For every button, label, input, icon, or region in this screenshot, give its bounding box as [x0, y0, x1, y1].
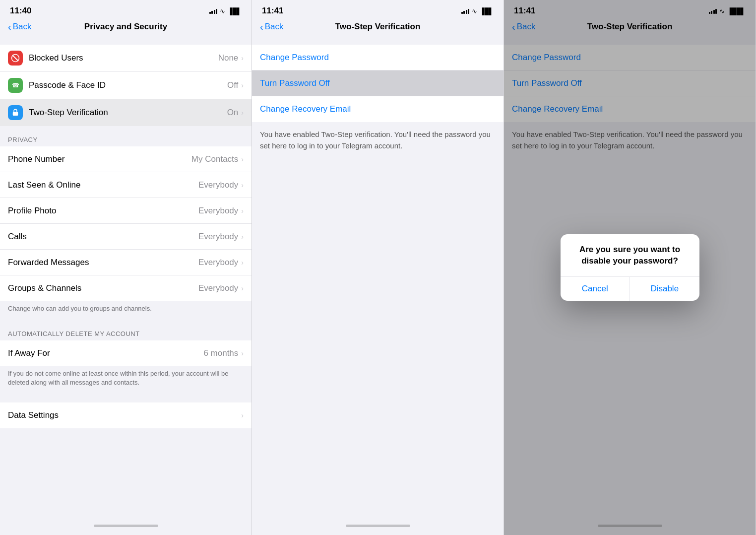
home-bar-1 [94, 525, 158, 527]
wifi-icon-2: ∿ [472, 7, 477, 15]
dialog-cancel-button[interactable]: Cancel [561, 277, 630, 301]
if-away-row[interactable]: If Away For 6 months › [0, 340, 252, 366]
panel-privacy-security: 11:40 ∿ ▐█▌ ‹ Back Privacy and Security [0, 0, 252, 535]
last-seen-row[interactable]: Last Seen & Online Everybody › [0, 172, 252, 198]
two-step-label: Two-Step Verification [29, 108, 227, 118]
groups-row[interactable]: Groups & Channels Everybody › [0, 275, 252, 301]
phone-number-label: Phone Number [8, 154, 191, 164]
blocked-users-row[interactable]: Blocked Users None › [0, 45, 252, 72]
change-recovery-email-link[interactable]: Change Recovery Email [252, 96, 504, 122]
groups-value: Everybody [198, 283, 238, 293]
passcode-chevron: › [241, 81, 244, 89]
list-group-top: Blocked Users None › ☎ Passcode & Face I… [0, 45, 252, 126]
status-bar-1: 11:40 ∿ ▐█▌ [0, 0, 252, 18]
nav-title-1: Privacy and Security [84, 22, 167, 32]
privacy-section-label: PRIVACY [0, 126, 252, 146]
svg-line-1 [12, 55, 18, 61]
back-chevron-2: ‹ [260, 22, 263, 32]
if-away-value: 6 months [203, 348, 238, 358]
content-2: Change Password Turn Password Off Change… [252, 37, 504, 521]
phone-number-value: My Contacts [191, 154, 238, 164]
delete-list-group: If Away For 6 months › [0, 340, 252, 366]
signal-icon-2 [461, 8, 470, 14]
two-step-value: On [227, 108, 239, 118]
blocked-users-icon [8, 51, 23, 66]
nav-bar-1: ‹ Back Privacy and Security [0, 18, 252, 37]
passcode-row[interactable]: ☎ Passcode & Face ID Off › [0, 72, 252, 99]
status-icons-1: ∿ ▐█▌ [209, 7, 242, 15]
blocked-users-value: None [218, 53, 239, 63]
top-list-group: Blocked Users None › ☎ Passcode & Face I… [0, 45, 252, 126]
two-step-row[interactable]: Two-Step Verification On › [0, 99, 252, 126]
forwarded-row[interactable]: Forwarded Messages Everybody › [0, 250, 252, 275]
home-bar-2 [346, 525, 410, 527]
forwarded-label: Forwarded Messages [8, 258, 198, 268]
status-time-2: 11:41 [262, 6, 283, 16]
two-step-description-2: You have enabled Two-Step verification. … [252, 122, 504, 158]
back-chevron-1: ‹ [8, 22, 11, 32]
if-away-label: If Away For [8, 348, 203, 358]
delete-section-label: AUTOMATICALLY DELETE MY ACCOUNT [0, 320, 252, 340]
profile-photo-label: Profile Photo [8, 206, 198, 216]
panel-two-step-2: 11:41 ∿ ▐██▌ ‹ Back Two-Step Verificatio… [504, 0, 756, 535]
dialog-actions: Cancel Disable [561, 276, 699, 301]
back-label-2: Back [265, 22, 284, 32]
signal-icon-1 [209, 8, 218, 14]
passcode-icon: ☎ [8, 78, 23, 93]
nav-bar-2: ‹ Back Two-Step Verification [252, 18, 504, 37]
home-indicator-2 [252, 521, 504, 535]
status-icons-2: ∿ ▐█▌ [461, 7, 494, 15]
status-bar-2: 11:41 ∿ ▐█▌ [252, 0, 504, 18]
dialog-title: Are you sure you want to disable your pa… [568, 244, 692, 266]
change-password-label: Change Password [260, 53, 329, 63]
data-list-group: Data Settings › [0, 402, 252, 428]
data-settings-label: Data Settings [8, 410, 241, 420]
link-list-2: Change Password Turn Password Off Change… [252, 45, 504, 122]
content-1: Blocked Users None › ☎ Passcode & Face I… [0, 37, 252, 521]
privacy-footer: Change who can add you to groups and cha… [0, 301, 252, 320]
calls-value: Everybody [198, 232, 238, 242]
passcode-value: Off [227, 80, 238, 90]
change-password-link[interactable]: Change Password [252, 45, 504, 70]
two-step-icon [8, 105, 23, 120]
delete-footer: If you do not come online at least once … [0, 366, 252, 394]
calls-label: Calls [8, 232, 198, 242]
back-label-1: Back [13, 22, 32, 32]
home-indicator-1 [0, 521, 252, 535]
turn-password-off-label: Turn Password Off [260, 78, 330, 88]
dialog-content: Are you sure you want to disable your pa… [561, 234, 699, 276]
change-recovery-email-label: Change Recovery Email [260, 104, 351, 114]
two-step-list-group-2: Change Password Turn Password Off Change… [252, 45, 504, 122]
privacy-list-group: Phone Number My Contacts › Last Seen & O… [0, 146, 252, 301]
dialog-disable-button[interactable]: Disable [630, 277, 699, 301]
svg-text:☎: ☎ [12, 82, 19, 89]
calls-row[interactable]: Calls Everybody › [0, 224, 252, 250]
groups-label: Groups & Channels [8, 283, 198, 293]
wifi-icon-1: ∿ [220, 7, 225, 15]
blocked-users-chevron: › [241, 54, 244, 62]
dialog-overlay: Are you sure you want to disable your pa… [504, 0, 756, 535]
dialog-box: Are you sure you want to disable your pa… [561, 234, 699, 300]
nav-title-2: Two-Step Verification [335, 22, 421, 32]
two-step-chevron: › [241, 109, 244, 117]
profile-photo-row[interactable]: Profile Photo Everybody › [0, 198, 252, 224]
forwarded-value: Everybody [198, 258, 238, 268]
panel-two-step-1: 11:41 ∿ ▐█▌ ‹ Back Two-Step Verification… [252, 0, 504, 535]
last-seen-value: Everybody [198, 180, 238, 190]
back-button-2[interactable]: ‹ Back [260, 22, 283, 32]
data-settings-row[interactable]: Data Settings › [0, 402, 252, 428]
turn-password-off-link[interactable]: Turn Password Off [252, 70, 504, 96]
two-step-desc-text-2: You have enabled Two-Step verification. … [260, 130, 491, 150]
svg-rect-3 [13, 112, 18, 116]
status-time-1: 11:40 [10, 6, 31, 16]
profile-photo-value: Everybody [198, 206, 238, 216]
blocked-users-label: Blocked Users [29, 53, 218, 63]
battery-icon-2: ▐█▌ [480, 7, 494, 15]
last-seen-label: Last Seen & Online [8, 180, 198, 190]
battery-icon-1: ▐█▌ [228, 7, 242, 15]
back-button-1[interactable]: ‹ Back [8, 22, 31, 32]
phone-number-row[interactable]: Phone Number My Contacts › [0, 146, 252, 172]
passcode-label: Passcode & Face ID [29, 80, 227, 90]
